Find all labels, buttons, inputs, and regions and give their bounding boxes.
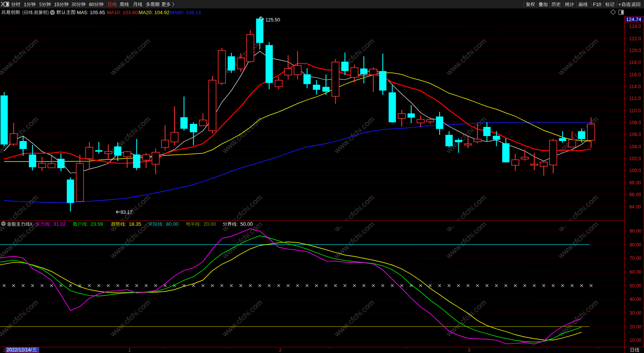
svg-text:100.0: 100.0 [629, 168, 641, 173]
svg-text:50.00: 50.00 [240, 221, 253, 227]
svg-text:80.00: 80.00 [166, 221, 179, 227]
svg-text:124.0: 124.0 [629, 24, 641, 29]
svg-text:15: 15 [54, 2, 59, 7]
svg-text:MA10: 103.60: MA10: 103.60 [107, 10, 138, 15]
svg-text:1: 1 [24, 2, 26, 7]
svg-text:+: + [618, 2, 621, 7]
svg-text:60: 60 [89, 2, 94, 7]
svg-text:3: 3 [468, 348, 470, 353]
svg-text:20.00: 20.00 [629, 324, 641, 330]
svg-text:94.00: 94.00 [629, 204, 641, 210]
svg-text:2: 2 [279, 348, 282, 353]
svg-text:124.74: 124.74 [626, 16, 641, 22]
svg-text:10.00: 10.00 [629, 338, 641, 343]
svg-text:23.59: 23.59 [91, 221, 103, 227]
svg-text:MA5: 105.65: MA5: 105.65 [77, 10, 105, 15]
svg-text:F10: F10 [593, 2, 601, 7]
svg-text:102.0: 102.0 [629, 156, 641, 161]
svg-text:2: 2 [3, 348, 6, 353]
svg-text:2022/12/14/: 2022/12/14/ [7, 347, 32, 353]
svg-text:122.0: 122.0 [629, 36, 641, 41]
svg-text:120.0: 120.0 [629, 48, 641, 53]
svg-text:18.35: 18.35 [129, 221, 142, 227]
svg-text:MA20: 104.92: MA20: 104.92 [138, 10, 170, 15]
svg-text:60.00: 60.00 [629, 269, 641, 275]
svg-text:106.0: 106.0 [629, 132, 641, 137]
svg-text:104.0: 104.0 [629, 144, 641, 149]
svg-text:125.50: 125.50 [265, 17, 280, 23]
svg-text:110.0: 110.0 [629, 108, 641, 113]
svg-text:MA60: 108.14: MA60: 108.14 [170, 10, 201, 15]
svg-text:70.00: 70.00 [629, 256, 641, 261]
svg-text:80.00: 80.00 [629, 242, 641, 248]
svg-text:1: 1 [128, 348, 131, 353]
svg-text:98.00: 98.00 [629, 180, 641, 186]
svg-text:30.00: 30.00 [629, 310, 641, 316]
svg-text:112.0: 112.0 [629, 96, 641, 101]
svg-text:108.0: 108.0 [629, 120, 641, 125]
svg-text:50.00: 50.00 [629, 283, 641, 289]
svg-text:96.00: 96.00 [629, 192, 641, 197]
svg-text:93.17: 93.17 [120, 210, 132, 215]
svg-text:90.00: 90.00 [629, 228, 641, 234]
svg-text:40.00: 40.00 [629, 297, 641, 302]
svg-text:116.0: 116.0 [629, 72, 641, 77]
svg-text:31.02: 31.02 [53, 221, 66, 227]
svg-text:20.00: 20.00 [204, 221, 216, 227]
svg-text:114.0: 114.0 [629, 84, 641, 89]
svg-text:118.0: 118.0 [629, 60, 641, 65]
